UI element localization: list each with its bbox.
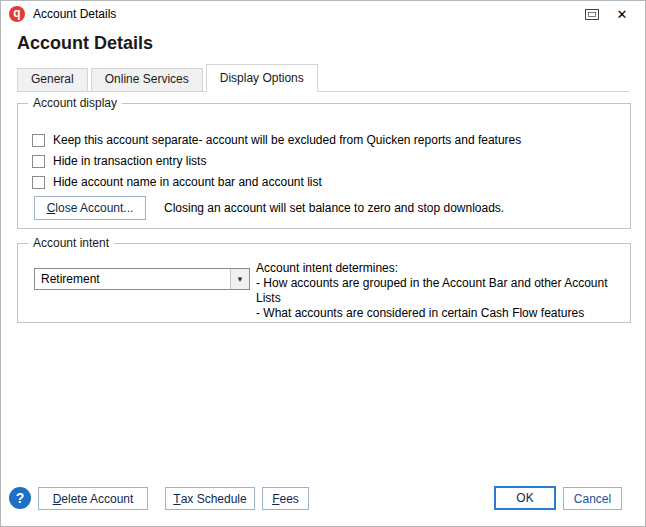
- help-button[interactable]: ?: [9, 487, 31, 509]
- keep-separate-checkbox[interactable]: [32, 134, 45, 147]
- account-intent-selected-value: Retirement: [35, 272, 230, 286]
- page-title: Account Details: [17, 33, 153, 54]
- close-account-note: Closing an account will set balance to z…: [164, 201, 504, 215]
- close-account-button[interactable]: Close Account...: [34, 196, 146, 220]
- tabstrip: General Online Services Display Options: [17, 64, 629, 92]
- account-display-legend: Account display: [28, 96, 122, 110]
- delete-account-label: elete Account: [61, 492, 133, 506]
- account-display-group: Account display Keep this account separa…: [17, 103, 631, 229]
- tab-online-services[interactable]: Online Services: [91, 68, 203, 91]
- close-account-mnemonic: C: [47, 201, 56, 215]
- tax-schedule-mnemonic: T: [173, 492, 180, 506]
- hide-account-name-checkbox-row[interactable]: Hide account name in account bar and acc…: [32, 174, 322, 190]
- help-icon: ?: [16, 490, 25, 506]
- tax-schedule-button[interactable]: Tax Schedule: [165, 487, 255, 510]
- account-intent-group: Account intent Retirement ▼ Account inte…: [17, 243, 631, 323]
- account-intent-legend: Account intent: [28, 236, 114, 250]
- hide-account-name-checkbox[interactable]: [32, 176, 45, 189]
- tab-general[interactable]: General: [17, 68, 88, 91]
- intent-desc-line-1: Account intent determines:: [256, 261, 632, 276]
- hide-transaction-checkbox-row[interactable]: Hide in transaction entry lists: [32, 153, 206, 169]
- account-intent-description: Account intent determines: - How account…: [256, 261, 632, 321]
- close-button[interactable]: ✕: [607, 2, 637, 26]
- hide-transaction-checkbox[interactable]: [32, 155, 45, 168]
- delete-account-mnemonic: D: [53, 492, 62, 506]
- hide-account-name-label: Hide account name in account bar and acc…: [53, 175, 322, 189]
- fees-button[interactable]: Fees: [262, 487, 309, 510]
- fees-label: ees: [279, 492, 298, 506]
- account-details-dialog: q Account Details ✕ Account Details Gene…: [0, 0, 646, 527]
- intent-desc-line-3: - What accounts are considered in certai…: [256, 306, 632, 321]
- tax-schedule-label: ax Schedule: [181, 492, 247, 506]
- delete-account-button[interactable]: Delete Account: [38, 487, 148, 510]
- keep-separate-label: Keep this account separate- account will…: [53, 133, 521, 147]
- intent-desc-line-2: - How accounts are grouped in the Accoun…: [256, 276, 632, 306]
- ok-button[interactable]: OK: [494, 486, 556, 510]
- keep-separate-checkbox-row[interactable]: Keep this account separate- account will…: [32, 132, 521, 148]
- close-account-label: lose Account...: [55, 201, 133, 215]
- window-title: Account Details: [33, 7, 116, 21]
- quicken-logo-icon: q: [9, 6, 25, 22]
- fees-mnemonic: F: [272, 492, 279, 506]
- window-icon: [585, 9, 599, 20]
- titlebar: q Account Details ✕: [1, 1, 645, 27]
- tab-display-options[interactable]: Display Options: [206, 64, 318, 92]
- chevron-down-icon: ▼: [230, 269, 249, 289]
- account-intent-dropdown[interactable]: Retirement ▼: [34, 268, 250, 290]
- cancel-button[interactable]: Cancel: [563, 487, 622, 510]
- hide-transaction-label: Hide in transaction entry lists: [53, 154, 206, 168]
- close-icon: ✕: [617, 7, 628, 22]
- window-dock-button[interactable]: [577, 2, 607, 26]
